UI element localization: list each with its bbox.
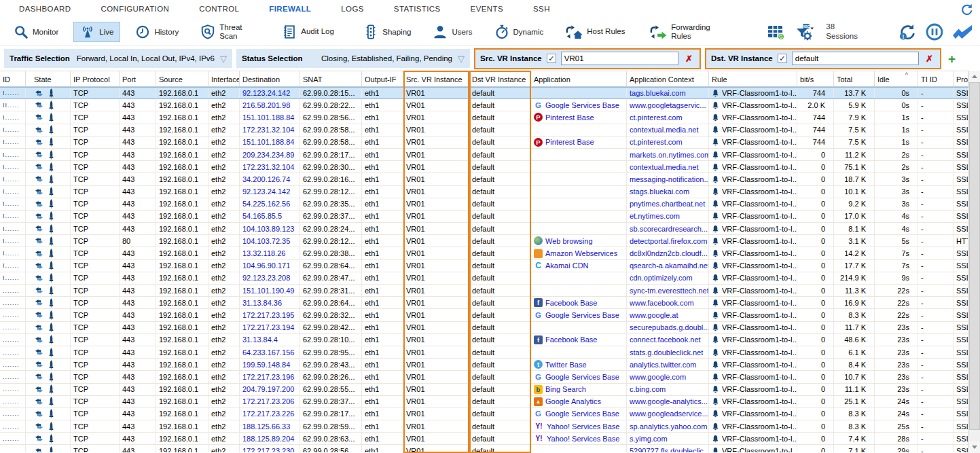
application-cell[interactable]: fFacebook Base bbox=[531, 334, 627, 346]
application-context-cell[interactable]: dc8xl0ndzn2cb.cloudf... bbox=[627, 247, 709, 259]
table-row[interactable]: I......TCP443192.168.0.1eth2151.101.188.… bbox=[0, 137, 968, 149]
application-cell[interactable] bbox=[531, 186, 627, 198]
rule-cell[interactable]: VRF-Classroom1-to-I... bbox=[709, 99, 797, 111]
table-row[interactable]: I......TCP443192.168.0.1eth292.123.23.20… bbox=[0, 272, 968, 285]
application-cell[interactable] bbox=[531, 211, 627, 222]
application-context-cell[interactable]: c.bing.com bbox=[627, 384, 709, 395]
rule-cell[interactable]: VRF-Classroom1-to-I... bbox=[709, 420, 797, 432]
column-header-snat[interactable]: SNAT bbox=[300, 71, 362, 86]
rule-cell[interactable]: VRF-Classroom1-to-I... bbox=[709, 173, 797, 185]
column-header-application-context[interactable]: Application Context bbox=[627, 71, 709, 86]
rule-cell[interactable]: VRF-Classroom1-to-I... bbox=[709, 124, 797, 136]
application-cell[interactable] bbox=[531, 161, 627, 173]
destination-cell[interactable]: 209.234.234.89 bbox=[240, 149, 300, 160]
destination-cell[interactable]: 172.217.23.195 bbox=[240, 309, 300, 321]
destination-cell[interactable]: 172.217.23.230 bbox=[240, 445, 300, 452]
dst-vr-input[interactable] bbox=[792, 52, 919, 65]
application-cell[interactable]: tTwitter Base bbox=[531, 359, 627, 370]
table-row[interactable]: .......TCP443192.168.0.1eth231.13.84.462… bbox=[0, 334, 968, 346]
application-context-cell[interactable]: www.google-analytics... bbox=[627, 396, 709, 407]
rule-cell[interactable]: VRF-Classroom1-to-I... bbox=[709, 111, 797, 123]
destination-cell[interactable]: 199.59.148.84 bbox=[240, 359, 300, 370]
column-header-bit-s[interactable]: bit/s bbox=[797, 71, 834, 86]
destination-cell[interactable]: 54.225.162.56 bbox=[240, 198, 300, 210]
table-row[interactable]: I......TCP443192.168.0.1eth234.200.126.7… bbox=[0, 173, 968, 185]
application-cell[interactable] bbox=[531, 223, 627, 234]
table-row[interactable]: .......TCP443192.168.0.1eth264.233.167.1… bbox=[0, 346, 968, 359]
table-row[interactable]: I......TCP443192.168.0.1eth2172.231.32.1… bbox=[0, 161, 968, 173]
application-context-cell[interactable]: cdn.optimizely.com bbox=[627, 272, 709, 284]
table-row[interactable]: I......TCP443192.168.0.1eth254.225.162.5… bbox=[0, 198, 968, 211]
table-row[interactable]: I......TCP443192.168.0.1eth213.32.118.26… bbox=[0, 247, 968, 259]
application-cell[interactable]: GGoogle Services Base bbox=[531, 309, 627, 321]
session-table-icon[interactable] bbox=[767, 24, 785, 40]
destination-cell[interactable]: 13.32.118.26 bbox=[240, 247, 300, 259]
column-header-idle[interactable]: Idle^ bbox=[875, 71, 918, 86]
application-context-cell[interactable]: pnytimes.chartbeat.net bbox=[627, 198, 709, 210]
table-row[interactable]: I......TCP443192.168.0.1eth292.123.24.14… bbox=[0, 87, 968, 99]
application-cell[interactable]: PPinterest Base bbox=[531, 137, 627, 148]
rule-cell[interactable]: VRF-Classroom1-to-I... bbox=[709, 211, 797, 222]
column-header-rule[interactable]: Rule bbox=[709, 71, 797, 86]
vertical-scrollbar[interactable] bbox=[968, 71, 980, 453]
rule-cell[interactable]: VRF-Classroom1-to-I... bbox=[709, 433, 797, 444]
destination-cell[interactable]: 54.165.85.5 bbox=[240, 211, 300, 222]
application-context-cell[interactable]: contextual.media.net bbox=[627, 124, 709, 136]
destination-cell[interactable]: 151.101.190.49 bbox=[240, 285, 300, 296]
application-context-cell[interactable]: qsearch-a.akamaihd.net bbox=[627, 260, 709, 272]
application-context-cell[interactable]: contextual.media.net bbox=[627, 161, 709, 173]
application-cell[interactable] bbox=[531, 322, 627, 333]
application-context-cell[interactable]: securepubads.g.doubl... bbox=[627, 322, 709, 333]
rule-cell[interactable]: VRF-Classroom1-to-I... bbox=[709, 260, 797, 272]
application-context-cell[interactable]: www.facebook.com bbox=[627, 297, 709, 308]
application-context-cell[interactable]: markets.on.nytimes.com bbox=[627, 149, 709, 160]
application-cell[interactable] bbox=[531, 285, 627, 296]
table-row[interactable]: .......TCP443192.168.0.1eth2172.217.23.1… bbox=[0, 322, 968, 334]
rule-cell[interactable]: VRF-Classroom1-to-I... bbox=[709, 198, 797, 210]
destination-cell[interactable]: 34.200.126.74 bbox=[240, 173, 300, 185]
application-context-cell[interactable]: 5290727.fls.doubleclic bbox=[627, 445, 709, 452]
scroll-down-button[interactable] bbox=[969, 441, 980, 453]
application-context-cell[interactable]: stags.bluekai.com bbox=[627, 186, 709, 198]
table-row[interactable]: I......TCP443192.168.0.1eth2104.96.90.17… bbox=[0, 260, 968, 272]
application-cell[interactable] bbox=[531, 272, 627, 284]
destination-cell[interactable]: 104.103.72.35 bbox=[240, 235, 300, 247]
application-cell[interactable]: Web browsing bbox=[531, 235, 627, 247]
destination-cell[interactable]: 151.101.188.84 bbox=[240, 137, 300, 148]
rule-cell[interactable]: VRF-Classroom1-to-I... bbox=[709, 346, 797, 358]
destination-cell[interactable]: 31.13.84.4 bbox=[240, 334, 300, 346]
destination-cell[interactable]: 172.217.23.196 bbox=[240, 371, 300, 382]
column-header-port[interactable]: Port bbox=[120, 71, 156, 86]
src-vr-checkbox[interactable]: ✓ bbox=[547, 54, 556, 63]
rule-cell[interactable]: VRF-Classroom1-to-I... bbox=[709, 396, 797, 407]
destination-cell[interactable]: 204.79.197.200 bbox=[240, 384, 300, 395]
destination-cell[interactable]: 92.123.23.208 bbox=[240, 272, 300, 284]
application-context-cell[interactable]: s.yimg.com bbox=[627, 433, 709, 444]
application-context-cell[interactable]: www.googleadservice... bbox=[627, 408, 709, 420]
destination-cell[interactable]: 172.231.32.104 bbox=[240, 161, 300, 173]
menu-item-statistics[interactable]: STATISTICS bbox=[394, 5, 441, 13]
rule-cell[interactable]: VRF-Classroom1-to-I... bbox=[709, 137, 797, 148]
menu-item-ssh[interactable]: SSH bbox=[533, 5, 550, 13]
chevron-down-icon[interactable]: ▽ bbox=[458, 54, 465, 63]
application-cell[interactable]: CAkamai CDN bbox=[531, 260, 627, 272]
destination-cell[interactable]: 188.125.89.204 bbox=[240, 433, 300, 444]
menu-item-configuration[interactable]: CONFIGURATION bbox=[101, 5, 169, 13]
application-context-cell[interactable]: ct.pinterest.com bbox=[627, 137, 709, 148]
rule-cell[interactable]: VRF-Classroom1-to-I... bbox=[709, 223, 797, 234]
application-context-cell[interactable]: connect.facebook.net bbox=[627, 334, 709, 346]
table-row[interactable]: .......TCP443192.168.0.1eth2188.125.66.3… bbox=[0, 420, 968, 433]
application-cell[interactable] bbox=[531, 88, 627, 98]
table-row[interactable]: .......TCP443192.168.0.1eth2188.125.89.2… bbox=[0, 433, 968, 445]
column-header-interface[interactable]: Interface bbox=[208, 71, 240, 86]
application-cell[interactable]: PPinterest Base bbox=[531, 111, 627, 123]
destination-cell[interactable]: 216.58.201.98 bbox=[240, 99, 300, 111]
destination-cell[interactable]: 172.231.32.104 bbox=[240, 124, 300, 136]
application-cell[interactable] bbox=[531, 445, 627, 452]
application-cell[interactable]: GGoogle Services Base bbox=[531, 408, 627, 420]
column-header-destination[interactable]: Destination bbox=[240, 71, 300, 86]
application-context-cell[interactable]: et.nytimes.com bbox=[627, 211, 709, 222]
table-row[interactable]: .......TCP443192.168.0.1eth2172.217.23.2… bbox=[0, 445, 968, 452]
rule-cell[interactable]: VRF-Classroom1-to-I... bbox=[709, 297, 797, 308]
table-row[interactable]: I......TCP443192.168.0.1eth292.123.24.14… bbox=[0, 186, 968, 198]
